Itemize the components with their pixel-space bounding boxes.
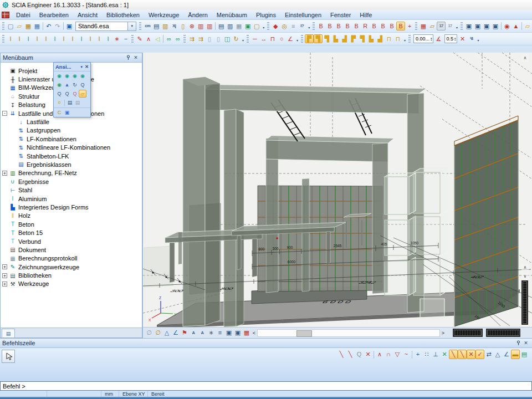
move-button[interactable]: ⇉ — [187, 34, 196, 43]
snap-intersection-button[interactable]: ✕ — [364, 350, 372, 359]
snap-perpendicular-button[interactable]: ⊥ — [431, 350, 440, 359]
toolbar-more-button[interactable]: ▾ — [402, 34, 407, 43]
clipboard-button[interactable]: ▯ — [178, 22, 187, 30]
view-frame-8-button[interactable]: ▙ — [367, 34, 376, 43]
pan-left-button[interactable]: < — [251, 329, 257, 337]
toolbar-grip[interactable] — [131, 35, 134, 43]
activity-prime-button[interactable]: B — [334, 22, 343, 30]
link-bar-button[interactable]: − — [121, 34, 130, 43]
snap-nabla-button[interactable]: ▽ — [393, 350, 402, 359]
open-project-button[interactable]: ▱ — [15, 22, 24, 30]
activity-active-button[interactable]: B — [396, 22, 405, 30]
copy-view-1-button[interactable]: ▣ — [464, 22, 473, 30]
zoom-window-button[interactable]: Q — [55, 90, 63, 98]
copy-view-4-button[interactable]: ▣ — [491, 22, 500, 30]
section-i-2-button[interactable]: I — [15, 34, 24, 43]
zoom-out-button[interactable]: Q — [79, 81, 86, 89]
snap-center-button[interactable]: Q — [355, 350, 364, 359]
cursor-step-spinner[interactable]: 0.5▴▾ — [444, 34, 457, 43]
center-view-button[interactable]: + — [405, 22, 414, 30]
bottom-stripe-bar-1[interactable] — [453, 329, 483, 337]
toolbar-grip[interactable] — [139, 22, 141, 30]
snap-line-1-button[interactable]: ╲ — [449, 350, 458, 359]
print-picture-button[interactable]: ▤ — [66, 99, 74, 106]
scroll-up-icon[interactable]: ∧ — [521, 264, 529, 271]
tree-item-nichtlineare-lf-kombinationen[interactable]: ⇅Nichtlineare LF-Kombinationen — [1, 144, 142, 152]
toolbar-grip[interactable] — [267, 22, 269, 30]
tree-expand-toggle[interactable]: + — [2, 273, 7, 278]
save-picture-button[interactable]: ▤ — [74, 99, 81, 106]
tree-item-ergebnisklassen[interactable]: ▤Ergebnisklassen — [1, 160, 142, 168]
toolbar-more-button[interactable]: ▾ — [454, 22, 459, 30]
menu-datei[interactable]: Datei — [12, 10, 35, 19]
pan-right-button[interactable]: > — [440, 329, 446, 337]
toolbar-more-button[interactable]: ▾ — [261, 22, 266, 30]
tree-item-lastgruppen[interactable]: ⇅Lastgruppen — [1, 126, 142, 135]
view-frame-10-button[interactable]: ⊓ — [385, 34, 393, 43]
frame-view-2-button[interactable]: ▥ — [205, 22, 214, 30]
shapes-button[interactable]: ◆ — [271, 22, 280, 30]
edit-document-button[interactable]: ▢ — [252, 22, 261, 30]
connect-members-button[interactable]: ∞ — [165, 34, 173, 43]
rotate-view-button[interactable]: ↻ — [71, 81, 79, 89]
font-size-button[interactable]: ¹8 — [467, 34, 476, 43]
solid-render-button[interactable]: ∅ — [154, 329, 162, 337]
visibility-button[interactable]: ◉ — [503, 22, 511, 30]
axonometric-button[interactable]: ▲ — [63, 81, 71, 89]
activity-r-button[interactable]: R — [361, 22, 370, 30]
toolbar-grip[interactable] — [461, 22, 463, 30]
tree-item-dokument[interactable]: ▤Dokument — [1, 245, 142, 254]
toolbar-more-button[interactable]: ▾ — [476, 34, 481, 43]
project-file-combobox[interactable]: Stand6.esa ▼ — [75, 22, 136, 31]
snap-endpoint-button[interactable]: ╲ — [337, 350, 346, 359]
toolbar-grip[interactable] — [2, 22, 4, 30]
view-angle-button[interactable]: ∠ — [171, 329, 180, 337]
units-button[interactable]: cm — [143, 22, 152, 30]
copy-view-3-button[interactable]: ▣ — [482, 22, 491, 30]
scale-17-active-button[interactable]: 17 — [437, 22, 446, 30]
section-i-4-button[interactable]: I — [33, 34, 42, 43]
tree-item-berechnungsprotokoll[interactable]: ▦Berechnungsprotokoll — [1, 254, 142, 263]
toolbar-grip[interactable] — [313, 22, 315, 30]
menu-werkzeuge[interactable]: Werkzeuge — [144, 10, 183, 19]
scroll-down-icon[interactable]: ∨ — [521, 273, 529, 280]
snap-cut-button[interactable]: ✕ — [440, 350, 449, 359]
horizontal-scroll-thumb[interactable] — [296, 330, 312, 337]
tree-item-lastfälle[interactable]: ↓Lastfälle — [1, 117, 142, 126]
grid-step-spinner[interactable]: 0.00...▴▾ — [413, 34, 433, 43]
paste-1-button[interactable]: ▯ — [205, 34, 214, 43]
regenerate-button[interactable]: ▣ — [243, 22, 252, 30]
spinner-arrows[interactable]: ▴▾ — [454, 37, 456, 41]
levels-button[interactable]: ≡ — [289, 22, 298, 30]
labels-abc-2-button[interactable]: A — [198, 329, 207, 337]
snap-calc-button[interactable]: ▤ — [520, 350, 529, 359]
tree-item-berechnung-fe-netz[interactable]: +▥Berechnung, FE-Netz — [1, 169, 142, 177]
print-button[interactable]: ▤ — [217, 22, 226, 30]
text-size-button[interactable]: Xj — [170, 22, 178, 30]
floating-toolbar-header[interactable]: Ansi... ▼ ✕ — [54, 63, 90, 71]
window-props-1-button[interactable]: ▣ — [224, 329, 233, 337]
dimension-line-button[interactable]: ─ — [250, 34, 259, 43]
activity-current-button[interactable]: B — [325, 22, 334, 30]
scale-drawing-button[interactable]: ✕ — [458, 34, 467, 43]
menu-bearbeiten[interactable]: Bearbeiten — [35, 10, 73, 19]
snap-cursor-button[interactable]: + — [413, 350, 422, 359]
tree-item-bibliotheken[interactable]: +▤Bibliotheken — [1, 271, 142, 279]
activity-all-button[interactable]: B — [352, 22, 361, 30]
view-frame-2-button[interactable]: ▜ — [314, 34, 323, 43]
section-i-5-button[interactable]: I — [42, 34, 50, 43]
zoom-all-button[interactable]: Q — [63, 90, 71, 98]
snap-ortho-button[interactable]: ⇄ — [484, 350, 493, 359]
view-frame-6-button[interactable]: ▛ — [349, 34, 358, 43]
active-document-icon[interactable] — [2, 12, 9, 18]
tree-item-verbund[interactable]: TVerbund — [1, 237, 142, 245]
tree-expand-toggle[interactable]: + — [2, 171, 7, 176]
chevron-down-icon[interactable]: ▼ — [127, 22, 136, 30]
tree-item-ergebnisse[interactable]: ∪Ergebnisse — [1, 177, 142, 186]
layer-manager-button[interactable]: ▦ — [419, 22, 428, 30]
menu-plugins[interactable]: Plugins — [252, 10, 280, 19]
gallery-button[interactable]: ▥ — [161, 22, 170, 30]
clipping-box-button[interactable]: ▱ — [79, 90, 86, 98]
toolbar-more-button[interactable]: ▾ — [241, 34, 245, 43]
import-button[interactable]: ▱ — [428, 22, 437, 30]
